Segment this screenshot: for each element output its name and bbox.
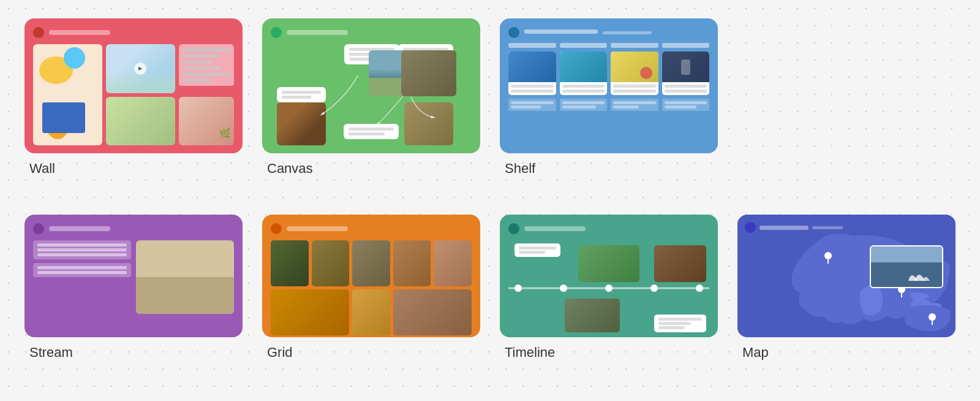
text-line [613,101,656,104]
wall-preview: ▶ [24,18,243,153]
canvas-nodes [271,44,472,151]
timeline-dot-1 [514,285,522,292]
header-bar [49,30,110,35]
bottom-grid: Stream Grid [0,215,980,379]
lynx-img [404,102,453,145]
wall-mosaic: ▶ [33,44,234,145]
node-text-bottom [344,124,399,139]
avatar [33,27,44,38]
shelf-title-2 [560,43,608,48]
text-line [37,266,127,269]
worm-cell [312,240,350,286]
canvas-label-section: Canvas [262,161,480,177]
blob-blue [64,47,85,69]
text-line [519,246,556,250]
text-line [511,90,554,93]
text-line [665,105,696,109]
text-line [562,101,605,104]
jellyfish2-img [560,52,608,82]
cocoon-cell [352,240,390,286]
shelf-text-1 [508,82,556,95]
grid-label: Grid [265,345,293,360]
card-stream[interactable]: Stream [24,215,243,361]
wall-label-section: Wall [24,161,243,177]
layout-grid: ▶ [0,0,980,215]
text-line [562,85,605,88]
shelf-subtitle [603,31,652,34]
shelf-label: Shelf [502,161,535,176]
timeline-dots [508,285,709,292]
map-cell-img [611,52,658,82]
card-wall[interactable]: ▶ [24,18,243,177]
shelf-desc-4 [662,99,710,111]
canvas-preview [262,18,480,153]
card-canvas[interactable]: Canvas [262,18,480,177]
timeline-area [508,240,709,335]
map-header [745,222,843,233]
wall-header [33,27,234,38]
card-timeline[interactable]: Timeline [500,215,718,361]
text-line [37,248,127,251]
timeline-dot-2 [560,285,567,292]
shelf-cell-1 [508,52,556,95]
text-line [183,60,211,64]
pupa-cell [393,240,431,286]
avatar [508,27,519,38]
shelf-header [508,27,709,38]
shelf-cell-2 [560,52,608,95]
play-button: ▶ [134,63,146,75]
shelf-title-3 [611,43,658,48]
map-preview [737,215,956,337]
shelf-title-1 [508,43,556,48]
text-line [613,90,656,93]
shelf-row-2-text [508,99,709,111]
shelf-desc-1 [508,99,556,111]
timeline-label: Timeline [502,345,555,360]
text-line [562,90,605,93]
text-line [37,253,127,256]
dino2-img [565,299,620,332]
node-text-left [277,87,326,102]
text-line [519,251,545,254]
header-bar [524,226,586,231]
camel-img [136,240,234,314]
tiger-img [277,102,326,145]
text-line [183,72,230,76]
canvas-label: Canvas [265,161,313,176]
text-line [183,66,221,70]
avatar [33,223,44,234]
stream-label-section: Stream [24,345,243,361]
shelf-title [524,29,598,34]
card-grid[interactable]: Grid [262,215,480,361]
text-line [183,48,230,52]
map-label: Map [740,345,769,360]
timeline-preview [500,215,718,337]
card-shelf[interactable]: Shelf [500,18,718,177]
wall-label: Wall [27,161,55,176]
map-subtitle-bar [812,226,843,229]
shelf-titles-row [508,43,709,48]
svg-point-6 [929,313,936,321]
abstract-cell [33,44,102,145]
caterpillar-cell [271,240,309,286]
text-line [562,105,597,109]
shelf-title-4 [662,43,710,48]
detail-cell [434,240,472,286]
text-block [179,44,234,86]
text-line [665,90,707,93]
svg-point-4 [824,252,832,259]
stream-text-col [33,240,131,277]
shelf-text-3 [611,82,658,95]
card-map[interactable]: Map [737,215,956,361]
text-line [665,85,707,88]
map-title-bar [760,226,809,230]
text-line [613,85,656,88]
stream-preview [24,215,243,337]
stream-text-2 [33,263,131,277]
avatar [271,27,282,38]
timeline-label-section: Timeline [500,345,718,361]
stream-text-1 [33,240,131,259]
grid-preview [262,215,480,337]
shelf-desc-2 [560,99,608,111]
yoga-cell [106,97,175,146]
